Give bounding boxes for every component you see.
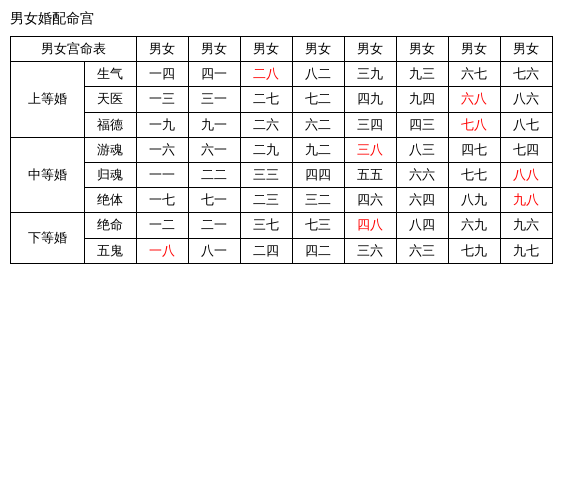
table-cell: 一八: [136, 238, 188, 263]
header-col2: 男女: [188, 37, 240, 62]
table-cell: 八九: [448, 188, 500, 213]
table-cell: 七三: [292, 213, 344, 238]
table-cell: 四一: [188, 62, 240, 87]
table-cell: 四九: [344, 87, 396, 112]
table-cell: 六二: [292, 112, 344, 137]
table-cell: 九七: [500, 238, 552, 263]
header-col6: 男女: [396, 37, 448, 62]
table-cell: 四二: [292, 238, 344, 263]
table-cell: 四四: [292, 162, 344, 187]
table-cell: 七一: [188, 188, 240, 213]
table-cell: 二四: [240, 238, 292, 263]
table-cell: 九八: [500, 188, 552, 213]
header-col1: 男女: [136, 37, 188, 62]
table-cell: 二九: [240, 137, 292, 162]
table-cell: 一三: [136, 87, 188, 112]
table-cell: 一七: [136, 188, 188, 213]
sub-label: 绝命: [84, 213, 136, 238]
header-col8: 男女: [500, 37, 552, 62]
sub-label: 生气: [84, 62, 136, 87]
table-cell: 六八: [448, 87, 500, 112]
table-cell: 六一: [188, 137, 240, 162]
table-cell: 八一: [188, 238, 240, 263]
sub-label: 绝体: [84, 188, 136, 213]
table-cell: 一二: [136, 213, 188, 238]
sub-label: 归魂: [84, 162, 136, 187]
table-cell: 六六: [396, 162, 448, 187]
table-cell: 三二: [292, 188, 344, 213]
main-table: 男女宫命表 男女 男女 男女 男女 男女 男女 男女 男女 上等婚生气一四四一二…: [10, 36, 553, 264]
table-cell: 二七: [240, 87, 292, 112]
table-cell: 二六: [240, 112, 292, 137]
table-cell: 八八: [500, 162, 552, 187]
table-cell: 三七: [240, 213, 292, 238]
page-title: 男女婚配命宫: [10, 10, 553, 28]
table-cell: 六七: [448, 62, 500, 87]
table-cell: 七六: [500, 62, 552, 87]
table-cell: 三六: [344, 238, 396, 263]
table-cell: 九六: [500, 213, 552, 238]
sub-label: 福德: [84, 112, 136, 137]
table-cell: 一一: [136, 162, 188, 187]
table-cell: 二三: [240, 188, 292, 213]
table-cell: 九二: [292, 137, 344, 162]
table-cell: 八二: [292, 62, 344, 87]
table-cell: 二八: [240, 62, 292, 87]
table-cell: 四七: [448, 137, 500, 162]
sub-label: 五鬼: [84, 238, 136, 263]
table-cell: 六四: [396, 188, 448, 213]
table-cell: 六三: [396, 238, 448, 263]
header-label: 男女宫命表: [11, 37, 137, 62]
table-cell: 一六: [136, 137, 188, 162]
table-cell: 四八: [344, 213, 396, 238]
table-cell: 一四: [136, 62, 188, 87]
table-cell: 八七: [500, 112, 552, 137]
group-label: 中等婚: [11, 137, 85, 213]
table-cell: 七七: [448, 162, 500, 187]
table-cell: 一九: [136, 112, 188, 137]
table-cell: 三九: [344, 62, 396, 87]
table-cell: 三三: [240, 162, 292, 187]
table-cell: 八六: [500, 87, 552, 112]
table-cell: 四三: [396, 112, 448, 137]
table-cell: 七二: [292, 87, 344, 112]
table-cell: 三一: [188, 87, 240, 112]
header-col3: 男女: [240, 37, 292, 62]
table-cell: 九一: [188, 112, 240, 137]
table-cell: 二二: [188, 162, 240, 187]
group-label: 上等婚: [11, 62, 85, 138]
group-label: 下等婚: [11, 213, 85, 263]
sub-label: 游魂: [84, 137, 136, 162]
table-cell: 四六: [344, 188, 396, 213]
table-cell: 八三: [396, 137, 448, 162]
table-cell: 七八: [448, 112, 500, 137]
header-col4: 男女: [292, 37, 344, 62]
table-cell: 七九: [448, 238, 500, 263]
table-cell: 九三: [396, 62, 448, 87]
table-cell: 三四: [344, 112, 396, 137]
table-cell: 三八: [344, 137, 396, 162]
table-cell: 九四: [396, 87, 448, 112]
table-cell: 八四: [396, 213, 448, 238]
sub-label: 天医: [84, 87, 136, 112]
header-col7: 男女: [448, 37, 500, 62]
header-col5: 男女: [344, 37, 396, 62]
table-cell: 七四: [500, 137, 552, 162]
table-cell: 二一: [188, 213, 240, 238]
table-cell: 六九: [448, 213, 500, 238]
table-cell: 五五: [344, 162, 396, 187]
